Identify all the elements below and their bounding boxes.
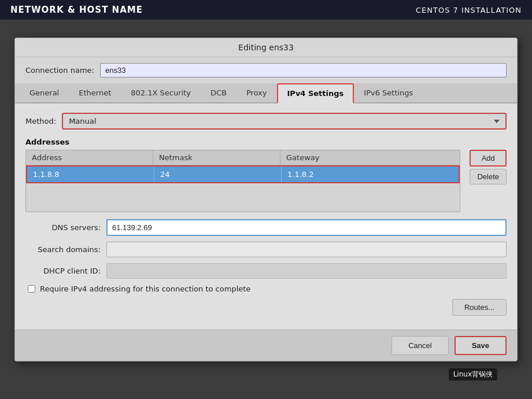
method-select[interactable]: Manual <box>62 113 507 130</box>
tab-ipv4[interactable]: IPv4 Settings <box>277 83 354 104</box>
addresses-buttons: Add Delete <box>470 150 507 184</box>
addresses-section: Addresses Address Netmask Gateway 1.1.8 <box>25 138 507 212</box>
col-address: Address <box>26 150 153 165</box>
connection-name-input[interactable] <box>100 63 507 77</box>
tab-ipv6[interactable]: IPv6 Settings <box>354 83 423 104</box>
col-netmask: Netmask <box>153 150 280 165</box>
dns-row: DNS servers: <box>25 219 507 236</box>
connection-name-label: Connection name: <box>25 66 94 75</box>
dialog-footer: Cancel Save <box>15 330 517 361</box>
row-gateway: 1.1.8.2 <box>282 167 459 182</box>
tab-content-ipv4: Method: Manual Addresses Address Netmask… <box>15 104 517 330</box>
addresses-label: Addresses <box>25 138 507 146</box>
addresses-header: Address Netmask Gateway <box>26 150 460 165</box>
method-label: Method: <box>25 117 56 125</box>
dns-input[interactable] <box>106 219 507 236</box>
require-ipv4-checkbox[interactable] <box>28 285 35 293</box>
tab-8021x[interactable]: 802.1X Security <box>121 83 201 104</box>
search-input[interactable] <box>106 242 507 257</box>
dhcp-label: DHCP client ID: <box>25 267 101 275</box>
checkbox-label: Require IPv4 addressing for this connect… <box>40 285 250 293</box>
dhcp-input <box>106 263 507 279</box>
addr-table-and-btn: Address Netmask Gateway 1.1.8.8 24 1.1.8… <box>25 150 507 212</box>
addresses-table: Address Netmask Gateway 1.1.8.8 24 1.1.8… <box>25 150 460 212</box>
cancel-button[interactable]: Cancel <box>391 336 448 355</box>
row-netmask: 24 <box>154 167 282 182</box>
routes-row: Routes... <box>25 299 507 316</box>
dns-label: DNS servers: <box>25 223 101 232</box>
connection-name-row: Connection name: <box>15 57 517 83</box>
add-button[interactable]: Add <box>470 150 507 167</box>
checkbox-row: Require IPv4 addressing for this connect… <box>25 285 507 293</box>
tab-general[interactable]: General <box>20 83 69 104</box>
addresses-body: 1.1.8.8 24 1.1.8.2 <box>26 165 460 212</box>
save-button[interactable]: Save <box>455 336 507 355</box>
dialog-overlay: Editing ens33 Connection name: General E… <box>0 0 532 399</box>
dialog-title: Editing ens33 <box>15 38 517 57</box>
method-row: Method: Manual <box>25 113 507 130</box>
watermark: Linux背锅侠 <box>449 368 497 380</box>
delete-button[interactable]: Delete <box>470 169 507 184</box>
tab-dcb[interactable]: DCB <box>201 83 237 104</box>
method-value: Manual <box>69 117 96 125</box>
addr-table-flex: Address Netmask Gateway 1.1.8.8 24 1.1.8… <box>25 150 460 212</box>
tab-proxy[interactable]: Proxy <box>237 83 277 104</box>
search-label: Search domains: <box>25 245 101 254</box>
col-gateway: Gateway <box>280 150 460 165</box>
editing-dialog: Editing ens33 Connection name: General E… <box>14 38 518 361</box>
search-row: Search domains: <box>25 242 507 257</box>
dropdown-arrow-icon <box>494 120 500 123</box>
table-row[interactable]: 1.1.8.8 24 1.1.8.2 <box>26 165 460 183</box>
row-address: 1.1.8.8 <box>27 167 154 182</box>
routes-button[interactable]: Routes... <box>452 299 507 316</box>
tab-ethernet[interactable]: Ethernet <box>69 83 121 104</box>
tabs-row: General Ethernet 802.1X Security DCB Pro… <box>15 83 517 104</box>
dhcp-row: DHCP client ID: <box>25 263 507 279</box>
